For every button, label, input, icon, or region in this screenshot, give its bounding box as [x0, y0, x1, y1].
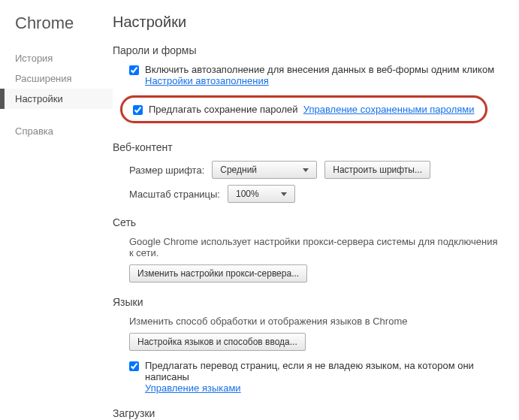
page-title: Настройки [113, 14, 504, 31]
autofill-checkbox[interactable] [129, 65, 139, 75]
sidebar-item-settings[interactable]: Настройки [0, 89, 113, 109]
zoom-select[interactable]: 100% [228, 185, 295, 203]
fontsize-label: Размер шрифта: [129, 165, 204, 176]
section-downloads-title: Загрузки [113, 407, 504, 419]
languages-description: Изменить способ обработки и отображения … [129, 316, 504, 327]
section-passwords-title: Пароли и формы [113, 44, 504, 56]
autofill-label: Включить автозаполнение для внесения дан… [145, 64, 494, 75]
translate-label: Предлагать перевод страниц, если я не вл… [145, 360, 474, 382]
manage-languages-link[interactable]: Управление языками [145, 382, 241, 394]
languages-settings-button[interactable]: Настройка языков и способов ввода... [129, 333, 306, 351]
zoom-label: Масштаб страницы: [129, 189, 220, 200]
translate-checkbox[interactable] [129, 361, 139, 371]
section-webcontent-title: Веб-контент [113, 141, 504, 153]
app-title: Chrome [15, 14, 113, 33]
save-passwords-checkbox[interactable] [133, 105, 143, 115]
autofill-settings-link[interactable]: Настройки автозаполнения [145, 75, 269, 86]
save-passwords-highlight: Предлагать сохранение паролей Управление… [120, 95, 487, 123]
chevron-down-icon [281, 192, 287, 196]
main-content: Настройки Пароли и формы Включить автоза… [113, 14, 519, 420]
section-network-title: Сеть [113, 216, 504, 228]
sidebar-item-history[interactable]: История [0, 48, 113, 68]
zoom-value: 100% [236, 189, 259, 199]
sidebar-item-extensions[interactable]: Расширения [0, 68, 113, 89]
chevron-down-icon [303, 168, 309, 172]
manage-passwords-link[interactable]: Управление сохраненными паролями [303, 104, 475, 115]
sidebar: Chrome История Расширения Настройки Спра… [0, 14, 113, 420]
customize-fonts-button[interactable]: Настроить шрифты... [324, 161, 430, 179]
sidebar-item-help[interactable]: Справка [0, 121, 113, 141]
save-passwords-label: Предлагать сохранение паролей [149, 104, 298, 115]
proxy-settings-button[interactable]: Изменить настройки прокси-сервера... [129, 264, 307, 283]
fontsize-value: Средний [220, 165, 257, 175]
fontsize-select[interactable]: Средний [212, 161, 317, 179]
network-description: Google Chrome использует настройки прокс… [129, 236, 504, 258]
section-languages-title: Языки [113, 296, 504, 308]
